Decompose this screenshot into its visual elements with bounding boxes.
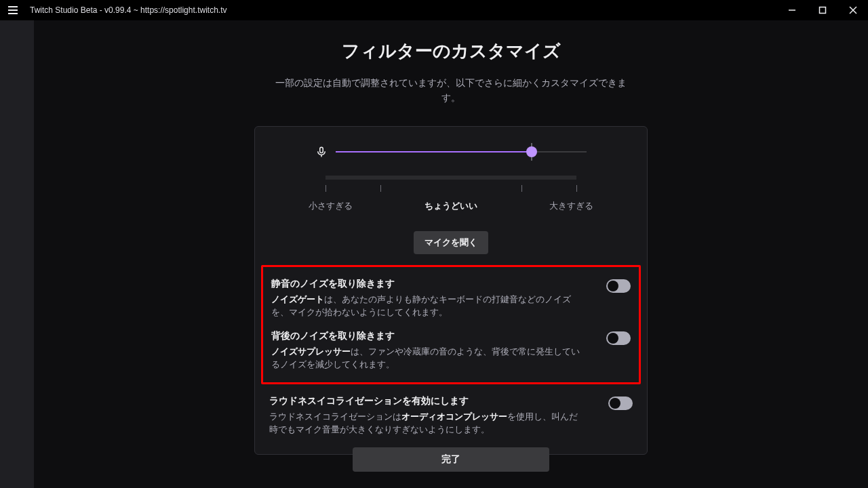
page-subtitle: 一部の設定は自動で調整されていますが、以下でさらに細かくカスタマイズできます。 (268, 75, 634, 106)
slider-knob[interactable] (526, 146, 537, 157)
filter-noise-suppressor: 背後のノイズを取り除きます ノイズサプレッサーは、ファンや冷蔵庫の音のような、背… (271, 325, 631, 377)
menu-icon[interactable] (0, 0, 26, 20)
window-title: Twitch Studio Beta - v0.99.4 ~ https://s… (30, 5, 226, 15)
toggle-loudness-eq[interactable] (608, 396, 633, 410)
mic-gain-slider[interactable] (336, 151, 587, 152)
scale-mid: ちょうどいい (425, 200, 477, 212)
close-button[interactable] (837, 0, 868, 20)
toggle-noise-suppressor[interactable] (606, 331, 631, 345)
filter-noise-gate: 静音のノイズを取り除きます ノイズゲートは、あなたの声よりも静かなキーボードの打… (271, 272, 631, 325)
svg-rect-4 (320, 147, 323, 152)
filter-title: 静音のノイズを取り除きます (271, 278, 583, 290)
done-button[interactable]: 完了 (353, 447, 549, 472)
listen-mic-button[interactable]: マイクを聞く (414, 231, 488, 254)
toggle-noise-gate[interactable] (606, 279, 631, 293)
main-content: フィルターのカスタマイズ 一部の設定は自動で調整されていますが、以下でさらに細か… (34, 20, 868, 488)
scale-low: 小さすぎる (309, 200, 353, 212)
scale-high: 大きすぎる (549, 200, 593, 212)
vu-meter (326, 176, 576, 180)
filter-desc: ラウドネスイコライゼーションはオーディオコンプレッサーを使用し、叫んだ時でもマイ… (269, 410, 581, 436)
scale-labels: 小さすぎる ちょうどいい 大きすぎる (309, 200, 593, 212)
page-title: フィルターのカスタマイズ (342, 39, 561, 63)
microphone-icon (315, 146, 328, 158)
titlebar: Twitch Studio Beta - v0.99.4 ~ https://s… (0, 0, 868, 20)
mic-card: 小さすぎる ちょうどいい 大きすぎる マイクを聞く 静音のノイズを取り除きます … (254, 126, 648, 455)
filter-loudness-eq: ラウドネスイコライゼーションを有効にします ラウドネスイコライゼーションはオーデ… (268, 390, 634, 442)
filter-desc: ノイズゲートは、あなたの声よりも静かなキーボードの打鍵音などのノイズを、マイクが… (271, 293, 583, 319)
maximize-button[interactable] (807, 0, 837, 20)
svg-rect-1 (819, 7, 825, 14)
filter-title: ラウドネスイコライゼーションを有効にします (269, 395, 581, 407)
sidebar (0, 20, 34, 488)
highlighted-filters: 静音のノイズを取り除きます ノイズゲートは、あなたの声よりも静かなキーボードの打… (261, 265, 641, 384)
filter-desc: ノイズサプレッサーは、ファンや冷蔵庫の音のような、背後で常に発生しているノイズを… (271, 345, 583, 371)
minimize-button[interactable] (776, 0, 807, 20)
filter-title: 背後のノイズを取り除きます (271, 330, 583, 342)
